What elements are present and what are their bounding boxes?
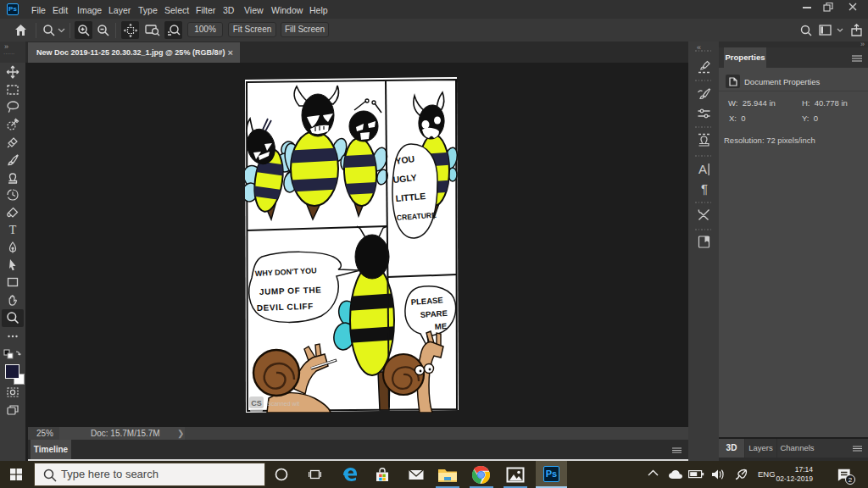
svg-text:T: T: [9, 224, 17, 236]
svg-text:ME: ME: [434, 321, 447, 331]
svg-text:A: A: [698, 162, 707, 176]
svg-text:SPARE: SPARE: [420, 308, 448, 319]
svg-text:¶: ¶: [701, 181, 708, 196]
svg-text:CS: CS: [251, 399, 262, 408]
svg-text:DEVIL CLIFF: DEVIL CLIFF: [257, 302, 314, 313]
svg-text:Scanned wit: Scanned wit: [267, 401, 299, 407]
